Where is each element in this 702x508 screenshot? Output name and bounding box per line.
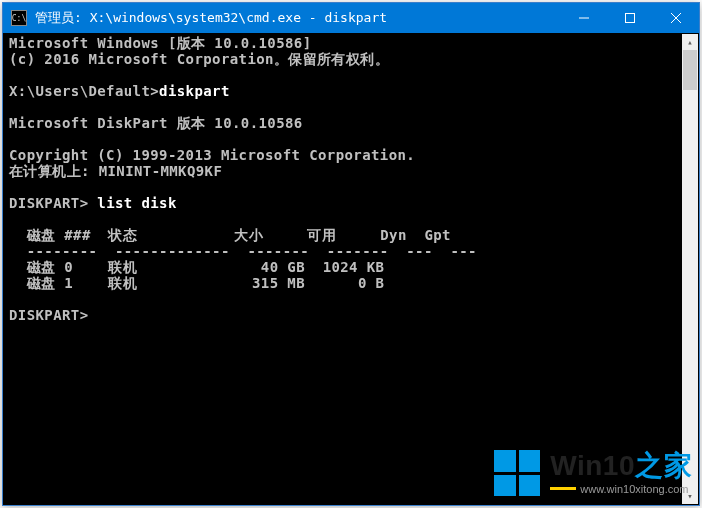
vertical-scrollbar[interactable]: ▴ ▾ <box>682 34 698 504</box>
disk-row: 磁盘 1 联机 315 MB 0 B <box>9 275 384 291</box>
window-controls <box>561 3 699 33</box>
scroll-up-button[interactable]: ▴ <box>682 34 698 50</box>
brand-name: Win10之家 <box>550 452 692 480</box>
cmd-icon: C:\ <box>11 10 27 26</box>
prompt-path: X:\Users\Default> <box>9 83 159 99</box>
watermark-text: Win10之家 www.win10xitong.com <box>550 452 692 495</box>
disk-row: 磁盘 0 联机 40 GB 1024 KB <box>9 259 384 275</box>
prompt-cmd: diskpart <box>159 83 230 99</box>
diskpart-version: Microsoft DiskPart 版本 10.0.10586 <box>9 115 303 131</box>
maximize-button[interactable] <box>607 3 653 33</box>
diskpart-prompt: DISKPART> <box>9 195 97 211</box>
terminal-output[interactable]: Microsoft Windows [版本 10.0.10586] (c) 20… <box>3 33 699 325</box>
cmd-window: C:\ 管理员: X:\windows\system32\cmd.exe - d… <box>2 2 700 506</box>
titlebar[interactable]: C:\ 管理员: X:\windows\system32\cmd.exe - d… <box>3 3 699 33</box>
diskpart-prompt: DISKPART> <box>9 307 97 323</box>
watermark: Win10之家 www.win10xitong.com <box>494 450 692 496</box>
minimize-button[interactable] <box>561 3 607 33</box>
scroll-track[interactable] <box>682 50 698 488</box>
line-version: Microsoft Windows [版本 10.0.10586] <box>9 35 312 51</box>
disk-table-header: 磁盘 ### 状态 大小 可用 Dyn Gpt <box>9 227 451 243</box>
windows-logo-icon <box>494 450 540 496</box>
brand-url: www.win10xitong.com <box>580 483 688 495</box>
close-button[interactable] <box>653 3 699 33</box>
disk-table-divider: -------- ------------- ------- ------- -… <box>9 243 477 259</box>
diskpart-copyright: Copyright (C) 1999-2013 Microsoft Corpor… <box>9 147 415 163</box>
window-title: 管理员: X:\windows\system32\cmd.exe - diskp… <box>27 9 561 27</box>
scroll-thumb[interactable] <box>683 50 697 90</box>
svg-rect-0 <box>626 14 635 23</box>
diskpart-host: 在计算机上: MININT-MMKQ9KF <box>9 163 222 179</box>
diskpart-cmd: list disk <box>97 195 176 211</box>
line-copyright: (c) 2016 Microsoft Corporation。保留所有权利。 <box>9 51 389 67</box>
accent-dash-icon <box>550 487 576 490</box>
